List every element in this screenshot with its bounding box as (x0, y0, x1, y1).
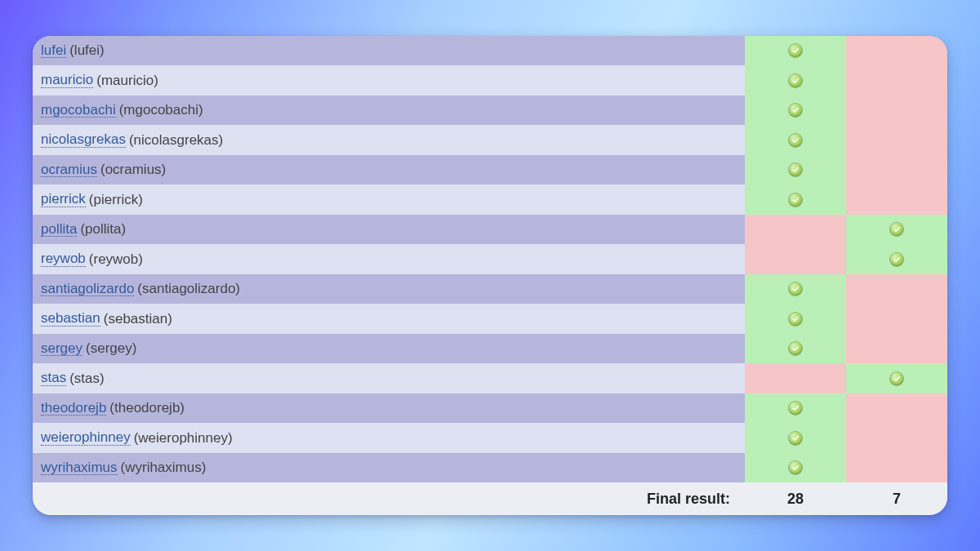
check-icon (890, 372, 903, 385)
user-link[interactable]: weierophinney (41, 430, 131, 446)
vote-no-cell (846, 155, 947, 185)
name-cell: ocramius (ocramius) (33, 155, 745, 185)
name-cell: lufei (lufei) (33, 36, 745, 66)
table-row: wyrihaximus (wyrihaximus) (33, 453, 947, 483)
vote-yes-cell (745, 125, 846, 155)
check-icon (789, 402, 802, 415)
vote-yes-cell (745, 274, 846, 304)
vote-yes-cell (745, 96, 846, 126)
check-icon (789, 282, 802, 295)
user-handle: (theodorejb) (109, 400, 185, 416)
vote-no-cell (846, 125, 947, 155)
name-cell: nicolasgrekas (nicolasgrekas) (33, 125, 745, 155)
user-handle: (ocramius) (100, 162, 166, 178)
name-cell: wyrihaximus (wyrihaximus) (33, 453, 745, 483)
check-icon (789, 313, 802, 326)
vote-no-cell (846, 96, 947, 126)
user-link[interactable]: mauricio (41, 73, 93, 88)
check-icon (789, 461, 802, 474)
name-cell: pierrick (pierrick) (33, 184, 745, 215)
user-handle: (pollita) (80, 221, 126, 238)
name-cell: santiagolizardo (santiagolizardo) (33, 274, 745, 304)
vote-no-cell (846, 215, 947, 245)
user-handle: (weierophinney) (134, 430, 233, 447)
check-icon (789, 342, 802, 355)
vote-yes-cell (745, 334, 846, 364)
table-row: ocramius (ocramius) (33, 155, 947, 185)
table-row: santiagolizardo (santiagolizardo) (33, 274, 947, 304)
user-link[interactable]: santiagolizardo (41, 282, 134, 297)
user-link[interactable]: pierrick (41, 192, 86, 207)
user-handle: (santiagolizardo) (137, 281, 240, 297)
vote-yes-cell (745, 393, 846, 424)
name-cell: reywob (reywob) (33, 244, 745, 274)
vote-no-cell (846, 184, 947, 215)
table-row: mauricio (mauricio) (33, 65, 947, 96)
vote-yes-cell (745, 215, 846, 245)
user-link[interactable]: reywob (41, 251, 86, 267)
vote-no-cell (846, 274, 947, 304)
user-link[interactable]: pollita (41, 222, 77, 238)
table-row: stas (stas) (33, 363, 947, 393)
table-row: lufei (lufei) (33, 36, 947, 66)
name-cell: sergey (sergey) (33, 334, 745, 364)
vote-no-cell (846, 244, 947, 274)
check-icon (789, 432, 802, 445)
vote-no-cell (846, 423, 947, 453)
vote-yes-cell (745, 65, 846, 96)
vote-yes-cell (745, 155, 846, 185)
table-row: nicolasgrekas (nicolasgrekas) (33, 125, 947, 155)
user-handle: (nicolasgrekas) (129, 132, 223, 149)
user-handle: (sergey) (86, 340, 136, 357)
vote-no-cell (846, 36, 947, 66)
user-link[interactable]: ocramius (41, 162, 97, 178)
check-icon (789, 134, 802, 147)
user-link[interactable]: mgocobachi (41, 103, 116, 118)
table-row: theodorejb (theodorejb) (33, 393, 947, 424)
name-cell: mauricio (mauricio) (33, 65, 745, 96)
final-yes-count: 28 (745, 491, 846, 508)
check-icon (789, 104, 802, 117)
table-row: mgocobachi (mgocobachi) (33, 96, 947, 126)
table-row: pollita (pollita) (33, 215, 947, 245)
user-handle: (pierrick) (89, 192, 143, 208)
vote-no-cell (846, 334, 947, 364)
vote-no-cell (846, 363, 947, 393)
check-icon (789, 74, 802, 87)
user-link[interactable]: theodorejb (41, 401, 106, 416)
vote-results-card: lufei (lufei)mauricio (mauricio)mgocobac… (33, 36, 947, 516)
user-handle: (lufei) (69, 42, 105, 59)
vote-no-cell (846, 65, 947, 96)
check-icon (890, 253, 903, 266)
vote-yes-cell (745, 36, 846, 66)
vote-yes-cell (745, 244, 846, 274)
vote-yes-cell (745, 453, 846, 483)
name-cell: pollita (pollita) (33, 215, 745, 245)
vote-yes-cell (745, 304, 846, 334)
check-icon (789, 163, 802, 176)
user-handle: (stas) (69, 371, 105, 387)
final-result-label: Final result: (33, 491, 745, 508)
vote-yes-cell (745, 184, 846, 215)
table-row: sebastian (sebastian) (33, 304, 947, 334)
vote-no-cell (846, 304, 947, 334)
user-handle: (wyrihaximus) (121, 460, 207, 476)
table-row: sergey (sergey) (33, 334, 947, 364)
user-link[interactable]: sebastian (41, 311, 100, 327)
name-cell: mgocobachi (mgocobachi) (33, 96, 745, 126)
name-cell: weierophinney (weierophinney) (33, 423, 745, 453)
table-row: weierophinney (weierophinney) (33, 423, 947, 453)
user-link[interactable]: sergey (41, 341, 82, 357)
name-cell: sebastian (sebastian) (33, 304, 745, 334)
name-cell: stas (stas) (33, 363, 745, 393)
user-link[interactable]: stas (41, 371, 66, 386)
check-icon (789, 44, 802, 57)
user-link[interactable]: wyrihaximus (41, 460, 118, 476)
name-cell: theodorejb (theodorejb) (33, 393, 745, 424)
user-link[interactable]: nicolasgrekas (41, 132, 126, 148)
user-link[interactable]: lufei (41, 43, 66, 59)
vote-yes-cell (745, 363, 846, 393)
check-icon (890, 223, 903, 236)
table-row: reywob (reywob) (33, 244, 947, 274)
user-handle: (mauricio) (96, 73, 158, 89)
